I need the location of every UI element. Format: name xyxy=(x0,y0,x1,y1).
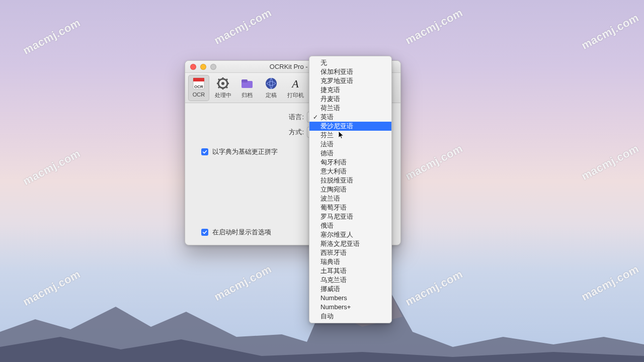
watermark-text: macmj.com xyxy=(21,267,83,309)
close-button[interactable] xyxy=(190,64,196,70)
watermark-text: macmj.com xyxy=(21,16,83,57)
watermark-text: macmj.com xyxy=(579,262,641,304)
desktop-wallpaper: macmj.commacmj.commacmj.commacmj.commacm… xyxy=(0,0,644,362)
archive-icon xyxy=(239,76,255,91)
watermark-text: macmj.com xyxy=(21,147,83,188)
dropdown-item[interactable]: 爱沙尼亚语 xyxy=(309,122,391,131)
svg-line-10 xyxy=(226,86,227,88)
svg-point-15 xyxy=(266,78,277,89)
language-dropdown-menu[interactable]: 无保加利亚语克罗地亚语捷克语丹麦语荷兰语英语爱沙尼亚语芬兰法语德语匈牙利语意大利… xyxy=(309,56,392,323)
dropdown-item[interactable]: 俄语 xyxy=(309,221,391,230)
dict-checkbox[interactable] xyxy=(201,148,208,155)
svg-point-4 xyxy=(221,82,224,85)
svg-rect-14 xyxy=(242,79,248,82)
svg-rect-1 xyxy=(193,78,204,81)
dropdown-item[interactable]: 意大利语 xyxy=(309,167,391,176)
dropdown-item[interactable]: 挪威语 xyxy=(309,285,391,294)
dropdown-item[interactable]: 土耳其语 xyxy=(309,266,391,276)
dropdown-item[interactable]: 无 xyxy=(309,58,391,67)
dropdown-item[interactable]: 葡萄牙语 xyxy=(309,203,391,212)
toolbar-final[interactable]: 定稿 xyxy=(261,75,282,101)
dropdown-item[interactable]: 丹麦语 xyxy=(309,95,391,104)
watermark-text: macmj.com xyxy=(212,6,274,47)
dropdown-item[interactable]: 瑞典语 xyxy=(309,257,391,266)
dropdown-item[interactable]: 斯洛文尼亚语 xyxy=(309,239,391,248)
watermark-text: macmj.com xyxy=(579,11,641,52)
dropdown-item[interactable]: 法语 xyxy=(309,140,391,149)
svg-line-9 xyxy=(218,79,220,80)
svg-text:A: A xyxy=(291,77,299,90)
toolbar-label: OCR xyxy=(193,92,205,98)
dropdown-item[interactable]: Numbers+ xyxy=(309,303,391,312)
printer-icon: A xyxy=(288,76,303,91)
final-icon xyxy=(264,76,279,91)
dropdown-item[interactable]: 匈牙利语 xyxy=(309,158,391,167)
show-prefs-checkbox-label: 在启动时显示首选项 xyxy=(212,228,271,237)
toolbar-label: 归档 xyxy=(242,92,253,99)
toolbar-ocr[interactable]: OCROCR xyxy=(188,75,209,101)
zoom-button[interactable] xyxy=(210,64,216,70)
dropdown-item[interactable]: 自动 xyxy=(309,312,391,321)
toolbar-label: 处理中 xyxy=(215,92,231,99)
watermark-text: macmj.com xyxy=(579,142,641,183)
toolbar-printer[interactable]: A打印机 xyxy=(285,75,306,101)
watermark-text: macmj.com xyxy=(403,267,465,309)
dropdown-item[interactable]: 克罗地亚语 xyxy=(309,76,391,85)
svg-line-11 xyxy=(226,79,227,80)
dropdown-item[interactable]: 立陶宛语 xyxy=(309,185,391,194)
dropdown-item[interactable]: 捷克语 xyxy=(309,85,391,95)
language-label: 语言: xyxy=(289,113,304,122)
dropdown-item[interactable]: 罗马尼亚语 xyxy=(309,212,391,221)
toolbar-archive[interactable]: 归档 xyxy=(236,75,258,101)
watermark-text: macmj.com xyxy=(403,142,465,183)
dropdown-item[interactable]: 德语 xyxy=(309,149,391,158)
ocr-icon: OCR xyxy=(191,76,206,91)
dropdown-item[interactable]: 拉脱维亚语 xyxy=(309,176,391,185)
toolbar-label: 定稿 xyxy=(266,92,277,99)
toolbar-label: 打印机 xyxy=(287,92,304,99)
dropdown-item[interactable]: 塞尔维亚人 xyxy=(309,230,391,239)
dropdown-item[interactable]: 波兰语 xyxy=(309,194,391,203)
dropdown-item[interactable]: 西班牙语 xyxy=(309,248,391,257)
svg-text:OCR: OCR xyxy=(194,84,203,89)
dropdown-item[interactable]: 荷兰语 xyxy=(309,104,391,113)
watermark-text: macmj.com xyxy=(212,262,274,304)
svg-line-12 xyxy=(218,86,220,88)
dropdown-item[interactable]: 保加利亚语 xyxy=(309,67,391,76)
dropdown-item[interactable]: Numbers xyxy=(309,294,391,303)
method-label: 方式: xyxy=(289,128,304,137)
toolbar-process[interactable]: 处理中 xyxy=(212,75,233,101)
dropdown-item[interactable]: 乌克兰语 xyxy=(309,276,391,285)
minimize-button[interactable] xyxy=(200,64,206,70)
watermark-text: macmj.com xyxy=(403,6,465,47)
dropdown-item[interactable]: 芬兰 xyxy=(309,131,391,140)
show-prefs-checkbox[interactable] xyxy=(201,229,208,236)
process-icon xyxy=(215,76,230,91)
dict-checkbox-label: 以字典为基础更正拼字 xyxy=(212,147,278,156)
dropdown-item[interactable]: 英语 xyxy=(309,113,391,122)
